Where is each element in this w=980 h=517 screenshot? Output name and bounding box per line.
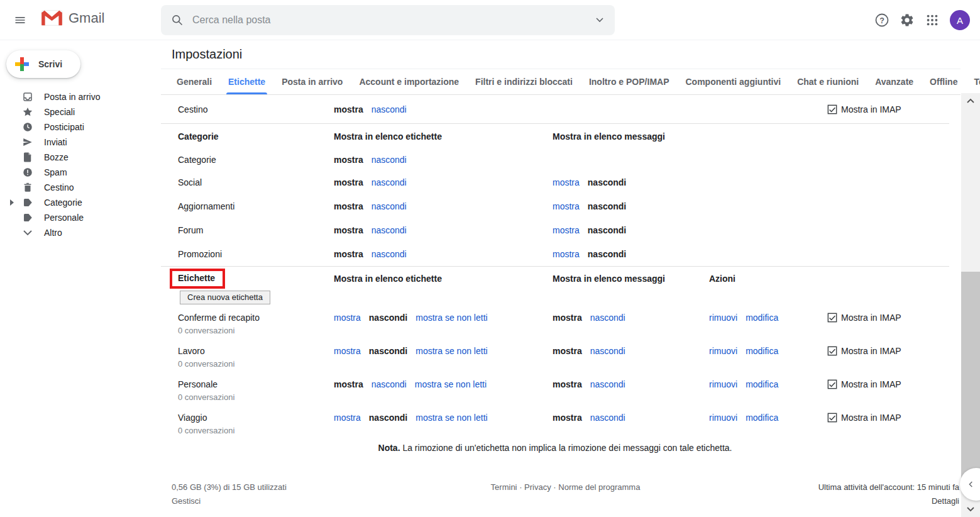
create-label-button[interactable]: Crea nuova etichetta	[180, 291, 270, 304]
hamburger-menu-icon[interactable]	[9, 9, 31, 31]
tab-etichette[interactable]: Etichette	[220, 69, 273, 94]
details-link[interactable]: Dettagli	[818, 496, 959, 506]
tab-componenti-aggiuntivi[interactable]: Componenti aggiuntivi	[678, 69, 790, 94]
google-apps-grid-icon[interactable]	[920, 8, 945, 33]
show-in-imap-checkbox[interactable]: Mostra in IMAP	[827, 313, 949, 323]
note-label: Nota.	[378, 443, 400, 453]
gmail-logo[interactable]: Gmail	[40, 9, 104, 27]
sidebar-item-inviati[interactable]: Inviati	[0, 135, 161, 150]
hide-link[interactable]: nascondi	[372, 155, 407, 165]
tab-generali[interactable]: Generali	[168, 69, 220, 94]
sidebar-item-posta-in-arrivo[interactable]: Posta in arrivo	[0, 89, 161, 104]
msg-hide-link[interactable]: nascondi	[590, 413, 625, 423]
column-header-list: Mostra in elenco etichette	[334, 131, 553, 142]
sidebar-item-cestino[interactable]: Cestino	[0, 180, 161, 195]
show-if-unread-link[interactable]: mostra se non letti	[415, 379, 487, 389]
manage-storage-link[interactable]: Gestisci	[172, 496, 287, 506]
hide-link[interactable]: nascondi	[372, 225, 407, 235]
compose-label: Scrivi	[38, 59, 62, 69]
show-link[interactable]: mostra	[334, 313, 361, 323]
edit-link[interactable]: modifica	[746, 346, 778, 356]
remove-link[interactable]: rimuovi	[709, 313, 737, 323]
expand-arrow-icon[interactable]	[6, 199, 18, 206]
sidebar-item-label: Spam	[44, 167, 67, 177]
show-in-imap-checkbox[interactable]: Mostra in IMAP	[827, 413, 949, 423]
sidebar-item-speciali[interactable]: Speciali	[0, 104, 161, 120]
hide-link[interactable]: nascondi	[372, 249, 407, 259]
show-link[interactable]: mostra	[334, 346, 361, 356]
msg-hide-link[interactable]: nascondi	[590, 379, 625, 389]
edit-link[interactable]: modifica	[746, 313, 778, 323]
terms-link[interactable]: Termini	[491, 482, 517, 492]
conversation-count: 0 conversazioni	[178, 426, 334, 435]
tab-avanzate[interactable]: Avanzate	[867, 69, 922, 94]
privacy-link[interactable]: Privacy	[524, 482, 551, 492]
conversation-count: 0 conversazioni	[178, 359, 334, 369]
clock-icon	[21, 121, 34, 133]
label-icon	[21, 197, 34, 208]
sidebar-item-altro[interactable]: Altro	[0, 225, 161, 240]
msg-show-link[interactable]: mostra	[553, 201, 580, 211]
show-in-imap-checkbox[interactable]: Mostra in IMAP	[827, 104, 949, 114]
msg-hide-state: nascondi	[588, 249, 626, 259]
sidebar-item-label: Posta in arrivo	[44, 92, 100, 102]
compose-button[interactable]: Scrivi	[6, 50, 80, 78]
help-icon[interactable]: ?	[869, 8, 895, 33]
tab-filtri-e-indirizzi-bloccati[interactable]: Filtri e indirizzi bloccati	[467, 69, 581, 94]
gmail-envelope-icon	[40, 9, 63, 27]
show-in-imap-checkbox[interactable]: Mostra in IMAP	[827, 346, 949, 356]
account-avatar[interactable]: A	[950, 10, 970, 30]
sidebar-item-spam[interactable]: Spam	[0, 165, 161, 180]
show-state: mostra	[334, 155, 363, 165]
edit-link[interactable]: modifica	[746, 379, 778, 389]
search-input[interactable]	[192, 14, 585, 26]
vertical-scrollbar[interactable]	[961, 93, 980, 517]
settings-gear-icon[interactable]	[895, 8, 920, 33]
tab-temi[interactable]: Temi	[966, 69, 980, 94]
msg-show-link[interactable]: mostra	[553, 225, 580, 235]
remove-link[interactable]: rimuovi	[709, 413, 737, 423]
table-row-personale: Personale 0 conversazioni mostra nascond…	[161, 374, 949, 407]
hide-link[interactable]: nascondi	[372, 177, 407, 187]
msg-hide-link[interactable]: nascondi	[590, 313, 625, 323]
show-state: mostra	[334, 225, 363, 235]
scrollbar-thumb[interactable]	[961, 272, 980, 483]
tab-offline[interactable]: Offline	[922, 69, 966, 94]
remove-link[interactable]: rimuovi	[709, 346, 737, 356]
sidebar-item-posticipati[interactable]: Posticipati	[0, 120, 161, 135]
label-name: Personale	[178, 379, 334, 389]
search-options-dropdown-icon[interactable]	[585, 18, 615, 23]
table-row-categorie: Categorie mostra nascondi	[161, 149, 949, 170]
edit-link[interactable]: modifica	[746, 413, 778, 423]
chevron-left-icon	[966, 479, 976, 489]
show-if-unread-link[interactable]: mostra se non letti	[416, 313, 487, 323]
scrollbar-down-arrow-icon[interactable]	[961, 503, 980, 516]
sidebar-item-bozze[interactable]: Bozze	[0, 150, 161, 165]
show-if-unread-link[interactable]: mostra se non letti	[416, 413, 487, 423]
tab-posta-in-arrivo[interactable]: Posta in arrivo	[273, 69, 351, 94]
tab-inoltro-e-pop-imap[interactable]: Inoltro e POP/IMAP	[581, 69, 678, 94]
show-if-unread-link[interactable]: mostra se non letti	[416, 346, 487, 356]
show-state: mostra	[334, 201, 363, 211]
hide-link[interactable]: nascondi	[372, 201, 407, 211]
sidebar-item-label: Cestino	[44, 182, 74, 192]
remove-link[interactable]: rimuovi	[709, 379, 737, 389]
sidebar-item-label: Altro	[44, 228, 62, 238]
msg-hide-link[interactable]: nascondi	[590, 346, 625, 356]
imap-label: Mostra in IMAP	[841, 104, 901, 114]
program-policies-link[interactable]: Norme del programma	[558, 482, 640, 492]
sidebar-item-personale[interactable]: Personale	[0, 210, 161, 225]
hide-link[interactable]: nascondi	[372, 379, 407, 389]
msg-show-link[interactable]: mostra	[553, 249, 580, 259]
msg-show-link[interactable]: mostra	[553, 177, 580, 187]
show-in-imap-checkbox[interactable]: Mostra in IMAP	[827, 379, 949, 389]
inbox-icon	[21, 91, 34, 103]
tab-chat-e-riunioni[interactable]: Chat e riunioni	[789, 69, 867, 94]
scrollbar-up-arrow-icon[interactable]	[961, 94, 980, 107]
show-link[interactable]: mostra	[334, 413, 361, 423]
sidebar-item-categorie[interactable]: Categorie	[0, 195, 161, 210]
search-icon[interactable]	[161, 14, 192, 26]
hide-link[interactable]: nascondi	[372, 104, 407, 114]
row-label: Promozioni	[178, 249, 334, 259]
tab-account-e-importazione[interactable]: Account e importazione	[351, 69, 467, 94]
